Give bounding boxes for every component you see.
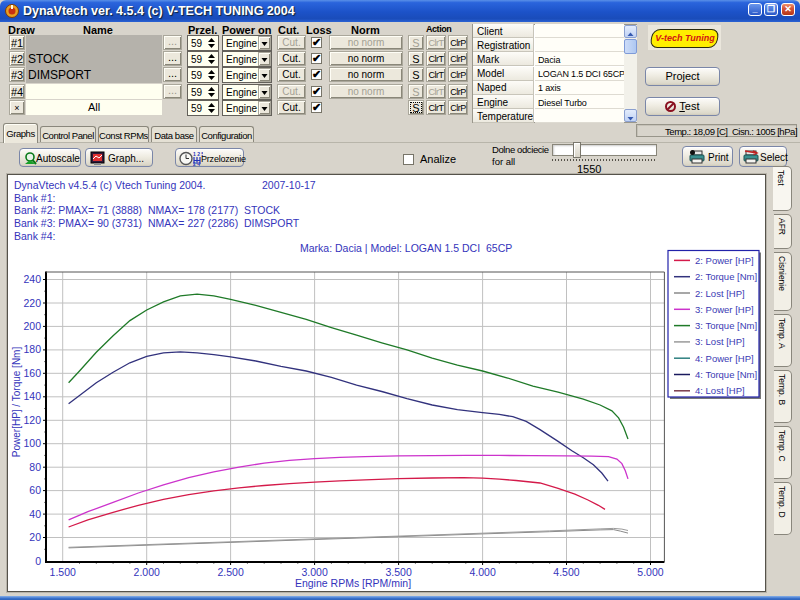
- svg-text:240: 240: [23, 273, 41, 285]
- svg-text:60: 60: [29, 484, 41, 496]
- svg-text:4: Lost [HP]: 4: Lost [HP]: [695, 385, 745, 396]
- svg-text:220: 220: [23, 297, 41, 309]
- svg-text:0: 0: [35, 555, 41, 567]
- svg-text:1.500: 1.500: [50, 566, 76, 578]
- svg-text:80: 80: [29, 461, 41, 473]
- svg-text:2: Torque [Nm]: 2: Torque [Nm]: [695, 271, 757, 282]
- svg-text:4: Torque [Nm]: 4: Torque [Nm]: [695, 369, 757, 380]
- svg-text:2 4: 2 4: [193, 161, 200, 166]
- svg-text:5.000: 5.000: [637, 566, 663, 578]
- svg-text:40: 40: [29, 508, 41, 520]
- svg-text:4: Power [HP]: 4: Power [HP]: [695, 353, 754, 364]
- svg-text:120: 120: [23, 414, 41, 426]
- svg-text:2.000: 2.000: [134, 566, 160, 578]
- svg-text:Power[HP] / Torque [Nm]: Power[HP] / Torque [Nm]: [11, 347, 22, 458]
- svg-text:3: Torque [Nm]: 3: Torque [Nm]: [695, 320, 757, 331]
- svg-text:20: 20: [29, 531, 41, 543]
- svg-text:3: Power [HP]: 3: Power [HP]: [695, 304, 754, 315]
- svg-text:100: 100: [23, 437, 41, 449]
- svg-text:2: Power [HP]: 2: Power [HP]: [695, 255, 754, 266]
- svg-text:4.500: 4.500: [553, 566, 579, 578]
- svg-text:Engine RPMs [RPM/min]: Engine RPMs [RPM/min]: [295, 577, 411, 589]
- svg-text:140: 140: [23, 390, 41, 402]
- svg-text:2.500: 2.500: [217, 566, 243, 578]
- svg-text:4.000: 4.000: [469, 566, 495, 578]
- svg-text:2: Lost [HP]: 2: Lost [HP]: [695, 288, 745, 299]
- svg-text:180: 180: [23, 343, 41, 355]
- svg-text:160: 160: [23, 367, 41, 379]
- svg-text:3: Lost [HP]: 3: Lost [HP]: [695, 336, 745, 347]
- svg-text:200: 200: [23, 320, 41, 332]
